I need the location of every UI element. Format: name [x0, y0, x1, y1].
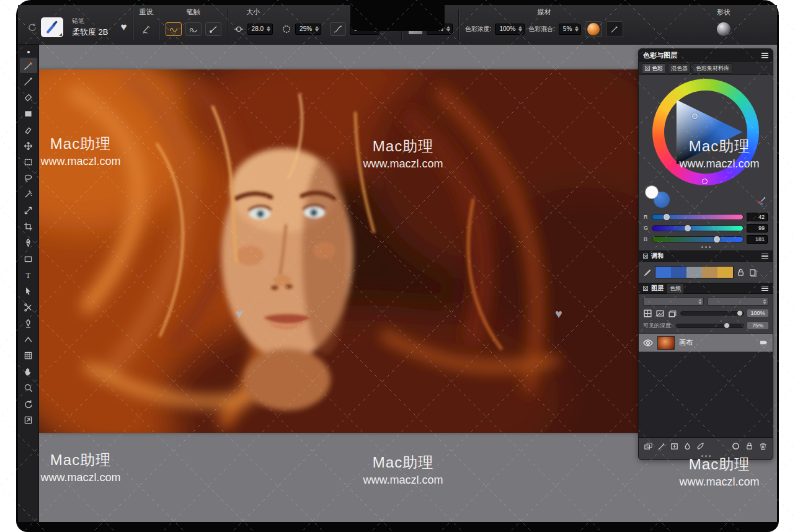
layer-list[interactable]: 画布 [639, 333, 773, 438]
text-tool-icon[interactable]: T [20, 267, 37, 283]
red-slider[interactable] [652, 214, 744, 220]
convert-point-tool-icon[interactable] [20, 332, 37, 347]
layers-menu-icon[interactable] [762, 286, 768, 291]
calligraphy-stroke-button[interactable] [185, 22, 202, 36]
green-slider[interactable] [652, 225, 744, 231]
layer-commands-icon[interactable] [644, 441, 653, 451]
harmony-header[interactable]: 调和 [639, 250, 773, 262]
panel-resize-dots-icon[interactable] [639, 244, 773, 250]
tab-channels[interactable]: 色频 [667, 283, 684, 294]
reset-brush-icon[interactable] [141, 24, 151, 34]
additional-color-swatch[interactable] [645, 185, 659, 199]
shape-selection-tool-icon[interactable] [20, 283, 37, 299]
harmony-menu-icon[interactable] [762, 254, 768, 259]
brush-history-icon[interactable] [27, 22, 37, 32]
rotate-page-tool-icon[interactable] [20, 396, 37, 412]
close-harmony-icon[interactable] [643, 254, 648, 259]
hue-selector-icon[interactable] [702, 179, 708, 184]
rgb-sliders: R 42 G 99 B 181 [639, 211, 773, 244]
color-density-field[interactable]: 100% [495, 24, 525, 35]
canvas-navigation-tool-icon[interactable] [20, 412, 37, 428]
new-watercolor-layer-icon[interactable] [683, 441, 692, 451]
eraser-tool-icon[interactable] [20, 122, 37, 138]
panel-resize-dots-icon[interactable] [639, 454, 773, 459]
perspective-grid-tool-icon[interactable] [20, 348, 37, 363]
new-swatch-icon[interactable] [748, 268, 757, 277]
harmony-swatches[interactable] [655, 266, 734, 278]
grid-icon[interactable] [643, 309, 652, 318]
transform-tool-icon[interactable] [20, 203, 37, 218]
pen-tool-icon[interactable] [20, 235, 37, 250]
panel-menu-icon[interactable] [762, 53, 768, 58]
panel-header[interactable]: 色彩与图层 [639, 49, 773, 62]
lasso-tool-icon[interactable] [20, 171, 37, 186]
color-set-dropper-icon[interactable] [757, 197, 766, 206]
blue-slider[interactable] [652, 236, 744, 242]
harmony-dropper-icon[interactable] [643, 268, 652, 277]
new-layer-icon[interactable] [670, 441, 679, 451]
lock-layer-icon[interactable] [745, 441, 754, 451]
delete-layer-icon[interactable] [758, 441, 768, 451]
green-value[interactable]: 99 [747, 224, 768, 233]
layer-row-canvas[interactable]: 画布 [639, 334, 773, 352]
close-layers-icon[interactable] [643, 286, 648, 291]
visible-depth-slider[interactable] [676, 324, 744, 328]
remove-point-tool-icon[interactable] [20, 316, 37, 331]
tab-color[interactable]: 色彩 [642, 63, 666, 74]
scissors-tool-icon[interactable] [20, 299, 37, 315]
layers-stack-icon[interactable] [668, 309, 677, 318]
brush-tool-icon[interactable] [20, 58, 37, 73]
freehand-stroke-button[interactable] [166, 22, 182, 36]
media-pen-icon[interactable] [606, 21, 623, 37]
layer-thumbnail[interactable] [657, 336, 675, 350]
color-blend-field[interactable]: 5% [559, 24, 581, 35]
opacity-stepper-icon[interactable] [315, 26, 319, 32]
color-blend-stepper-icon[interactable] [575, 26, 579, 32]
opacity-field[interactable]: 25% [295, 24, 321, 35]
sv-selector-icon[interactable] [692, 113, 698, 119]
gradient-tool-icon[interactable] [20, 106, 37, 122]
crop-tool-icon[interactable] [20, 219, 37, 234]
grabber-hand-tool-icon[interactable] [20, 364, 37, 379]
layer-composite-method-select[interactable] [643, 297, 704, 306]
rectangular-shape-tool-icon[interactable] [20, 251, 37, 267]
new-liquid-ink-layer-icon[interactable] [696, 441, 705, 451]
layer-opacity-value[interactable]: 100% [747, 309, 768, 317]
paint-bucket-tool-icon[interactable] [20, 90, 37, 105]
color-wheel[interactable] [652, 79, 759, 185]
close-tab-icon[interactable] [645, 66, 650, 71]
brush-name-block[interactable]: 铅笔 柔软度 2B [72, 17, 109, 38]
layer-visibility-eye-icon[interactable] [643, 339, 653, 347]
dropper-tool-icon[interactable] [20, 74, 37, 89]
lock-icon[interactable] [736, 268, 745, 277]
favorite-heart-icon[interactable]: ♥ [121, 21, 127, 33]
layer-opacity-slider[interactable] [680, 311, 744, 316]
size-field[interactable]: 28.0 [247, 24, 273, 35]
color-density-stepper-icon[interactable] [518, 26, 522, 32]
shape-sphere-icon[interactable] [717, 22, 731, 36]
tab-layers[interactable]: 图层 [651, 284, 664, 293]
color-wheel-area [639, 75, 773, 190]
canvas-painting[interactable] [39, 69, 639, 433]
media-ball-icon[interactable] [585, 21, 602, 37]
grain-stepper-icon[interactable] [446, 26, 450, 32]
rectangular-selection-tool-icon[interactable] [20, 154, 37, 170]
brush-selector-button[interactable] [41, 17, 63, 37]
size-stepper-icon[interactable] [267, 26, 270, 32]
layer-adjuster-tool-icon[interactable] [20, 138, 37, 154]
toolbox-collapse-dot-icon[interactable] [27, 51, 30, 53]
preserve-transparency-icon[interactable] [731, 441, 740, 451]
layer-composite-depth-select[interactable] [708, 297, 768, 306]
blue-value[interactable]: 181 [747, 235, 768, 244]
red-value[interactable]: 42 [747, 213, 768, 221]
magnifier-tool-icon[interactable] [20, 380, 37, 396]
layers-header[interactable]: 图层 色频 [639, 283, 773, 294]
magic-wand-tool-icon[interactable] [20, 187, 37, 202]
straight-line-stroke-button[interactable] [205, 22, 221, 36]
transfer-curve-icon[interactable] [330, 22, 346, 36]
tab-mixer[interactable]: 混色器 [668, 63, 691, 74]
image-icon[interactable] [655, 309, 665, 318]
tab-color-sets[interactable]: 色彩集材料库 [693, 63, 732, 74]
dynamic-plugins-icon[interactable] [657, 441, 666, 451]
visible-depth-value[interactable]: 75% [747, 322, 768, 329]
